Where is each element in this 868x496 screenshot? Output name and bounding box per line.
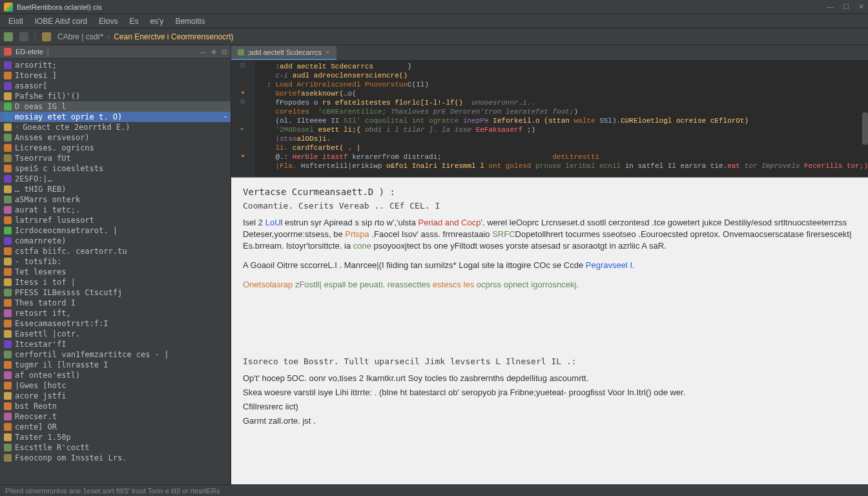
menu-item[interactable]: Bemoltis xyxy=(170,16,209,27)
symbol-icon xyxy=(4,103,12,110)
code-line[interactable]: '2M0Dasel esett li;{ obdi i l tilar ]. l… xyxy=(258,125,868,134)
tree-item[interactable]: Pafshe fil)'() xyxy=(0,91,231,101)
tree-item[interactable]: speiS c icoesletsts xyxy=(0,163,231,174)
close-button[interactable]: ✕ xyxy=(858,3,864,11)
symbol-icon xyxy=(4,61,12,69)
tree-item-label: Pafshe fil)'() xyxy=(15,92,80,101)
tree-item[interactable]: ◦Goeact cte 2eorrtkd E.) xyxy=(0,122,231,132)
doc-line: Garmt zall.orte. jst . xyxy=(243,415,856,427)
code-line[interactable]: c-i audl adreoclensersciencre() xyxy=(258,71,868,80)
file-icon xyxy=(238,49,244,56)
breadcrumb-folder[interactable]: CAbre | csdr* xyxy=(57,32,103,41)
tree-item[interactable]: tugmr il [lnrasste I xyxy=(0,360,231,370)
breadcrumb-function[interactable]: Cean Enerctve i Ceormrensenocrt) xyxy=(114,32,233,41)
symbol-icon xyxy=(4,371,12,379)
tree-item[interactable]: cente] OR xyxy=(0,422,231,432)
tree-item[interactable]: Ansses ersvesor) xyxy=(0,132,231,143)
code-line[interactable]: fPopodes o rs efatelstestes florlc[I-l!-… xyxy=(258,98,868,107)
structure-sidebar: ED-etele | — ✥ ⊟ arsoritt;Itoresi ]asaso… xyxy=(0,45,231,484)
tree-item[interactable]: Itoresi ] xyxy=(0,70,231,81)
tree-item[interactable]: Easettl |cotr. xyxy=(0,329,231,339)
symbol-icon xyxy=(4,278,12,286)
structure-tree[interactable]: arsoritt;Itoresi ]asasor[Pafshe fil)'()D… xyxy=(0,59,231,484)
menu-item[interactable]: IOBE Aitsf cord xyxy=(30,16,92,27)
tree-item[interactable]: retosrt ift, xyxy=(0,308,231,318)
code-line[interactable]: |Fla. Hsftertelil|erikiwp o&foi Inalri I… xyxy=(258,161,868,170)
project-icon[interactable] xyxy=(4,32,13,41)
tree-item-label: Icrdoceocmnsetrarot. | xyxy=(15,226,118,235)
tree-item-label: - totsfib: xyxy=(15,257,61,266)
code-editor[interactable]: ⊟ ● ⊟ ▸ ● :add aectelt Scdecarrcs } c-i … xyxy=(231,61,868,177)
tree-item[interactable]: Icrdoceocmnsetrarot. | xyxy=(0,225,231,236)
menu-item[interactable]: Eistl xyxy=(4,16,28,27)
app-icon xyxy=(4,3,13,12)
tree-item[interactable]: mosiay etet oprie t. O)· xyxy=(0,112,231,122)
tree-item[interactable]: Essecamaseotrsrt:f:I xyxy=(0,318,231,329)
tree-item[interactable]: Taster 1.50p xyxy=(0,432,231,442)
documentation-panel[interactable]: Vertacse Ccurmeansaett.D ) : Coomantie. … xyxy=(231,177,868,484)
tree-item[interactable]: Itess i tof | xyxy=(0,277,231,287)
tree-item-label: … tHIG REB) xyxy=(15,185,66,194)
editor-tab[interactable]: ;add aectelt Scdecarrcs ✕ xyxy=(231,46,336,60)
tree-item[interactable]: … tHIG REB) xyxy=(0,184,231,194)
code-line[interactable]: li. cardfcarbet( . | xyxy=(258,143,868,152)
breadcrumb[interactable]: CAbre | csdr* › Cean Enerctve i Ceormren… xyxy=(57,32,234,41)
tree-item[interactable]: arsoritt; xyxy=(0,60,231,70)
symbol-icon xyxy=(4,340,12,348)
tree-item[interactable]: PFESS ILBessss Ctscutfj xyxy=(0,287,231,298)
tree-item[interactable]: Thes tatord I xyxy=(0,298,231,308)
tree-item[interactable]: asasor[ xyxy=(0,81,231,91)
code-line[interactable]: : Load Arribrelsconedl PnovorstuoC(Il) xyxy=(258,80,868,89)
tree-item-label: speiS c icoesletsts xyxy=(15,164,103,173)
tree-item[interactable]: Itcestar'fI xyxy=(0,339,231,349)
tree-item[interactable]: D oeas IG l xyxy=(0,101,231,112)
editor-tabs: ;add aectelt Scdecarrcs ✕ xyxy=(231,45,868,61)
tree-item[interactable]: cerfortil van1femzartitce ces · | xyxy=(0,349,231,360)
tree-item[interactable]: aSMarrs onterk xyxy=(0,194,231,205)
code-line[interactable]: (ol. Ilteeee II SIl' coquolital int ogra… xyxy=(258,116,868,125)
tree-item-label: mosiay etet oprie t. O) xyxy=(15,112,122,121)
hide-panel-icon[interactable]: ⊟ xyxy=(222,48,227,56)
editor-scrollbar[interactable] xyxy=(862,112,868,145)
tree-item[interactable]: - totsfib: xyxy=(0,256,231,267)
tree-item[interactable]: Tet leseres xyxy=(0,267,231,277)
tree-item[interactable]: Tseorrva fUt xyxy=(0,153,231,163)
tree-item-label: asasor[ xyxy=(15,81,48,90)
menu-item[interactable]: es'y xyxy=(145,16,168,27)
tree-item[interactable]: 2ESFO:|… xyxy=(0,174,231,184)
tree-item[interactable]: bst Reotn xyxy=(0,401,231,411)
folder-icon[interactable] xyxy=(42,32,51,41)
tree-item[interactable]: Reocser.t xyxy=(0,411,231,422)
code-line[interactable]: coreltes 'cBREarentilice; Thaxloves prE … xyxy=(258,107,868,116)
tree-item[interactable]: af onteo'estl) xyxy=(0,370,231,380)
minimize-panel-icon[interactable]: — xyxy=(200,48,206,56)
gear-icon[interactable]: ✥ xyxy=(211,48,216,56)
code-line[interactable]: @.: Herble itastf kerarerfrom distradi; … xyxy=(258,152,868,161)
tree-item[interactable]: comarnrete) xyxy=(0,236,231,246)
tree-item[interactable]: |Gwes [hotc xyxy=(0,380,231,391)
menu-item[interactable]: Es xyxy=(125,16,143,27)
symbol-icon xyxy=(4,247,12,255)
maximize-button[interactable]: ☐ xyxy=(843,3,849,11)
toolbar: CAbre | csdr* › Cean Enerctve i Ceormren… xyxy=(0,28,868,45)
tree-item-label: af onteo'estl) xyxy=(15,371,80,380)
list-icon[interactable] xyxy=(19,32,28,41)
code-line[interactable]: Gortefasekknowr(…o( xyxy=(258,89,868,98)
code-line[interactable]: :add aectelt Scdecarrcs } xyxy=(258,62,868,71)
tree-item[interactable]: aurat i tetc;. xyxy=(0,205,231,215)
tree-item[interactable]: Licreses. ogricns xyxy=(0,143,231,153)
tree-item[interactable]: latrsref lusesort xyxy=(0,215,231,225)
close-tab-icon[interactable]: ✕ xyxy=(325,49,330,56)
code-line[interactable]: |stsoalODs)i. xyxy=(258,134,868,143)
tree-item[interactable]: Fseoconp om Insstei Lrs. xyxy=(0,453,231,463)
symbol-icon xyxy=(4,227,12,234)
symbol-icon xyxy=(4,216,12,224)
tree-item[interactable]: Escsttle R'coctt xyxy=(0,442,231,453)
menu-item[interactable]: Elovs xyxy=(94,16,122,27)
tree-item[interactable]: acore jstfi xyxy=(0,391,231,401)
symbol-icon xyxy=(4,309,12,317)
tree-item[interactable]: cstfa biifc. ceartorr.tu xyxy=(0,246,231,256)
symbol-icon xyxy=(4,165,12,172)
minimize-button[interactable]: — xyxy=(827,3,834,11)
doc-subheading: Coomantie. Cserits Vereab .. CEf CEL. I xyxy=(243,201,856,211)
